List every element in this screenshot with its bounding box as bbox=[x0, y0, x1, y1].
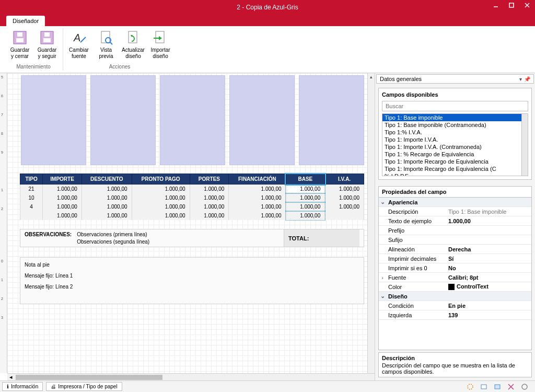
footer-notes[interactable]: Nota al pie Mensaje fijo: Línea 1 Mensaj… bbox=[20, 257, 364, 304]
field-list[interactable]: Tipo 1: Base imponibleTipo 1: Base impon… bbox=[382, 113, 528, 176]
save-close-button[interactable]: Guardar y cerrar bbox=[7, 28, 32, 63]
table-header[interactable]: DESCUENTO bbox=[82, 174, 132, 185]
table-header[interactable]: PORTES bbox=[190, 174, 229, 185]
minimize-button[interactable] bbox=[488, 0, 504, 10]
field-list-item[interactable]: Tipo 1: Importe Recargo de Equivalencia bbox=[382, 158, 528, 165]
table-cell[interactable]: 1.000,00 bbox=[132, 211, 190, 220]
table-cell[interactable]: 1.000,00 bbox=[325, 185, 364, 194]
import-design-button[interactable]: Importar diseño bbox=[148, 28, 173, 63]
prop-prefijo-value[interactable] bbox=[446, 230, 531, 231]
close-button[interactable] bbox=[519, 0, 535, 10]
table-header[interactable]: IMPORTE bbox=[43, 174, 82, 185]
prop-texto-value[interactable]: 1.000,00 bbox=[446, 217, 531, 225]
table-row[interactable]: 101.000,001.000,001.000,001.000,001.000,… bbox=[20, 193, 364, 202]
field-list-item[interactable]: Tipo 1:% I.V.A. bbox=[382, 129, 528, 136]
table-cell[interactable]: 1.000,00 bbox=[190, 193, 229, 202]
status-icon-2[interactable] bbox=[480, 383, 488, 391]
expand-icon[interactable]: › bbox=[379, 274, 386, 281]
field-list-scrollbar[interactable] bbox=[521, 114, 528, 176]
status-info-tab[interactable]: ℹ Información bbox=[2, 382, 43, 391]
change-font-button[interactable]: A Cambiar fuente bbox=[66, 28, 91, 63]
prop-fuente-value[interactable]: Calibri; 8pt bbox=[446, 274, 531, 281]
field-list-item[interactable]: Tipo 1: Base imponible (Contramoneda) bbox=[382, 121, 528, 129]
collapse-icon[interactable]: ⌄ bbox=[379, 199, 386, 205]
table-cell[interactable]: 1.000,00 bbox=[43, 185, 82, 194]
table-cell[interactable]: 1.000,00 bbox=[82, 185, 132, 194]
table-cell[interactable]: 4 bbox=[20, 202, 43, 211]
prop-color-value[interactable]: ControlText bbox=[446, 283, 531, 291]
collapse-icon[interactable]: ⌄ bbox=[379, 293, 386, 299]
table-header[interactable]: I.V.A. bbox=[325, 174, 364, 185]
table-cell[interactable]: 10 bbox=[20, 193, 43, 202]
status-icon-1[interactable] bbox=[466, 383, 474, 391]
table-cell[interactable]: 1.000,00 bbox=[229, 211, 286, 220]
table-header[interactable]: TIPO bbox=[20, 174, 43, 185]
svg-rect-22 bbox=[495, 385, 500, 389]
properties-grid[interactable]: ⌄Apariencia DescripciónTipo 1: Base impo… bbox=[378, 197, 532, 350]
prop-condicion-value[interactable]: En pie bbox=[446, 302, 531, 309]
table-cell[interactable]: 1.000,00 bbox=[286, 185, 325, 194]
table-cell[interactable]: 1.000,00 bbox=[132, 202, 190, 211]
table-cell[interactable]: 1.000,00 bbox=[190, 202, 229, 211]
canvas-horizontal-scroll[interactable]: ◂ bbox=[7, 373, 375, 381]
table-cell[interactable]: 1.000,00 bbox=[132, 185, 190, 194]
table-cell[interactable]: 21 bbox=[20, 185, 43, 194]
table-cell[interactable]: 1.000,00 bbox=[43, 202, 82, 211]
table-header[interactable]: FINANCIACIÓN bbox=[229, 174, 286, 185]
totals-table[interactable]: TIPOIMPORTEDESCUENTOPRONTO PAGOPORTESFIN… bbox=[20, 174, 364, 220]
prop-alineacion-value[interactable]: Derecha bbox=[446, 246, 531, 253]
table-cell[interactable]: 1.000,00 bbox=[82, 193, 132, 202]
field-list-item[interactable]: Tipo 1: % Recargo de Equivalencia bbox=[382, 151, 528, 158]
table-cell[interactable]: 1.000,00 bbox=[190, 185, 229, 194]
table-cell[interactable]: 1.000,00 bbox=[82, 202, 132, 211]
status-icon-3[interactable] bbox=[493, 383, 502, 391]
table-cell[interactable]: 1.000,00 bbox=[82, 211, 132, 220]
status-icon-4[interactable] bbox=[507, 383, 515, 391]
table-row[interactable]: 211.000,001.000,001.000,001.000,001.000,… bbox=[20, 185, 364, 194]
field-list-item[interactable]: Tipo 1: Importe I.V.A. (Contramoneda) bbox=[382, 143, 528, 151]
table-cell[interactable]: 1.000,00 bbox=[325, 193, 364, 202]
dropdown-icon[interactable]: ▾ bbox=[519, 76, 522, 82]
field-search-input[interactable] bbox=[382, 101, 528, 111]
field-list-item[interactable]: % I.R.P.F. bbox=[382, 172, 528, 176]
prop-imprimir-0-value[interactable]: No bbox=[446, 264, 531, 272]
observations-row[interactable]: OBSERVACIONES: Observaciones (primera lí… bbox=[20, 229, 364, 247]
table-cell[interactable]: 1.000,00 bbox=[229, 185, 286, 194]
prop-descripcion-value[interactable]: Tipo 1: Base imponible bbox=[446, 208, 531, 215]
table-cell[interactable]: 1.000,00 bbox=[229, 193, 286, 202]
prop-sufijo-value[interactable] bbox=[446, 239, 531, 240]
table-header[interactable]: PRONTO PAGO bbox=[132, 174, 190, 185]
table-cell[interactable] bbox=[325, 211, 364, 220]
table-cell[interactable]: 1.000,00 bbox=[286, 211, 325, 220]
field-list-item[interactable]: Tipo 1: Importe I.V.A. bbox=[382, 136, 528, 143]
panel-selector[interactable]: Datos generales ▾ 📌 bbox=[376, 74, 534, 84]
design-canvas-area[interactable]: 5 6 7 8 9 1 2 0 1 2 3 TIPOIMPORTEDESCUEN… bbox=[0, 73, 375, 381]
table-row[interactable]: 1.000,001.000,001.000,001.000,001.000,00… bbox=[20, 211, 364, 220]
table-cell[interactable]: 1.000,00 bbox=[132, 193, 190, 202]
table-cell[interactable]: 1.000,00 bbox=[43, 193, 82, 202]
pin-icon[interactable]: 📌 bbox=[524, 76, 530, 82]
table-cell[interactable]: 1.000,00 bbox=[43, 211, 82, 220]
prop-imprimir-dec-value[interactable]: Sí bbox=[446, 255, 531, 262]
save-continue-button[interactable]: Guardar y seguir bbox=[34, 28, 60, 63]
canvas-vertical-scroll[interactable]: ▴ bbox=[367, 73, 375, 373]
prop-izquierda-value[interactable]: 139 bbox=[446, 312, 531, 319]
tab-designer[interactable]: Diseñador bbox=[6, 16, 45, 26]
table-cell[interactable]: 1.000,00 bbox=[229, 202, 286, 211]
status-printer-tab[interactable]: 🖨 Impresora / Tipo de papel bbox=[46, 382, 122, 391]
table-header[interactable]: BASE bbox=[286, 174, 325, 185]
svg-text:A: A bbox=[73, 32, 80, 43]
field-list-item[interactable]: Tipo 1: Base imponible bbox=[382, 114, 528, 121]
field-list-item[interactable]: Tipo 1: Importe Recargo de Equivalencia … bbox=[382, 165, 528, 172]
table-cell[interactable]: 1.000,00 bbox=[325, 202, 364, 211]
table-row[interactable]: 41.000,001.000,001.000,001.000,001.000,0… bbox=[20, 202, 364, 211]
table-cell[interactable]: 1.000,00 bbox=[286, 193, 325, 202]
maximize-button[interactable] bbox=[504, 0, 519, 10]
table-cell[interactable] bbox=[20, 211, 43, 220]
preview-button[interactable]: Vista previa bbox=[94, 28, 119, 63]
table-cell[interactable]: 1.000,00 bbox=[190, 211, 229, 220]
table-cell[interactable]: 1.000,00 bbox=[286, 202, 325, 211]
refresh-design-button[interactable]: Actualizar diseño bbox=[121, 28, 146, 63]
status-icon-5[interactable] bbox=[520, 383, 529, 391]
placeholder-region[interactable] bbox=[21, 75, 364, 165]
